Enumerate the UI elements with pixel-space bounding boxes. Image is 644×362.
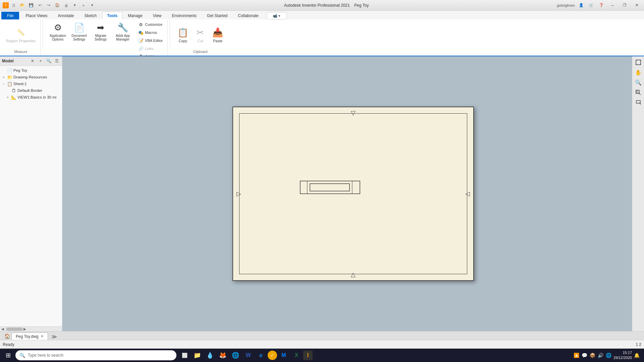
sidebar-search-button[interactable]: 🔍 xyxy=(45,58,52,64)
file-explorer-button[interactable]: 📁 xyxy=(191,349,203,361)
qat-open[interactable]: 📂 xyxy=(19,2,26,9)
adsk-app-manager-button[interactable]: 🔧 Adsk App Manager xyxy=(112,21,133,43)
migrate-settings-icon: ➡ xyxy=(95,22,106,33)
doc-tab-close[interactable]: ✕ xyxy=(41,334,44,339)
scroll-left-arrow[interactable]: ◀ xyxy=(1,327,5,331)
scroll-thumb[interactable] xyxy=(6,327,23,331)
scroll-right-arrow[interactable]: ▶ xyxy=(23,327,27,331)
options-large-btns: ⚙ Application Options 📄 Document Setting… xyxy=(48,21,133,43)
zoom-window-button[interactable] xyxy=(634,88,643,97)
dropbox-button[interactable]: 💧 xyxy=(204,349,216,361)
username: gcbriglmen xyxy=(557,3,575,7)
svg-point-15 xyxy=(636,91,638,93)
notification-icon[interactable]: 🔔 xyxy=(633,352,640,359)
right-toolbar: ✋ 🔍 xyxy=(632,56,644,331)
close-button[interactable]: ✕ xyxy=(632,2,641,9)
ie-button[interactable]: 🌐 xyxy=(229,349,241,361)
document-settings-button[interactable]: 📄 Document Settings xyxy=(69,21,89,43)
bottom-arrow: △ xyxy=(351,271,356,278)
task-view-button[interactable]: ⬜ xyxy=(178,349,191,361)
tab-extra[interactable]: 📹 ▾ xyxy=(267,12,287,19)
tab-file[interactable]: File xyxy=(1,12,19,19)
drawing-resources-expander[interactable]: + xyxy=(1,75,6,79)
customize-button[interactable]: ⚙ Customize xyxy=(136,21,165,28)
tab-tools[interactable]: Tools xyxy=(102,12,122,19)
help-icon[interactable]: ❓ xyxy=(598,2,605,9)
malwarebytes-button[interactable]: M xyxy=(278,349,290,361)
pan-button[interactable]: ✋ xyxy=(634,68,643,77)
taskbar-search[interactable]: 🔍 Type here to search xyxy=(15,350,176,360)
tab-view[interactable]: View xyxy=(148,12,167,19)
macros-button[interactable]: 🎭 Macros xyxy=(136,29,165,36)
home-button[interactable]: 🏠 xyxy=(3,333,11,340)
tab-environments[interactable]: Environments xyxy=(167,12,202,19)
vba-editor-button[interactable]: 📝 VBA Editor xyxy=(136,37,165,44)
tree-item-default-border[interactable]: 🗒 Default Border xyxy=(0,87,62,94)
qat-addtool[interactable]: + xyxy=(80,2,87,9)
chevron-up-icon[interactable]: 🔼 xyxy=(573,352,580,359)
minimize-button[interactable]: ─ xyxy=(608,2,617,9)
migrate-settings-button[interactable]: ➡ Migrate Settings xyxy=(91,21,111,43)
time-display[interactable]: 15:17 29/12/2020 xyxy=(613,350,632,361)
excel-button[interactable]: X xyxy=(290,349,303,361)
sidebar-scroll: ◀ ▶ xyxy=(0,326,62,331)
drawing-sheet: ▽ △ ▷ ◁ xyxy=(232,107,474,281)
qat-print[interactable]: 🖨 xyxy=(62,2,70,9)
zoom-extents-button[interactable] xyxy=(634,58,643,67)
tree-item-peg-toy[interactable]: 📄 Peg Toy xyxy=(0,67,62,74)
application-options-button[interactable]: ⚙ Application Options xyxy=(48,21,68,43)
sidebar-close-button[interactable]: ✕ xyxy=(29,58,36,64)
chat-icon[interactable]: 💬 xyxy=(581,352,588,359)
paste-button[interactable]: 📥 Paste xyxy=(210,26,226,44)
cart-icon[interactable]: 🛒 xyxy=(588,2,595,9)
user-icon[interactable]: 👤 xyxy=(578,2,585,9)
tab-manage[interactable]: Manage xyxy=(123,12,147,19)
qat-save[interactable]: 💾 xyxy=(28,2,35,9)
start-button[interactable]: ⊞ xyxy=(1,349,15,361)
qat-new[interactable]: 🗋 xyxy=(10,2,17,9)
taskcheck-button[interactable]: ✓ xyxy=(268,351,277,360)
copy-label: Copy xyxy=(178,39,187,43)
region-properties-button[interactable]: 📏 Region Properties xyxy=(4,26,38,44)
qat-redo[interactable]: ↪ xyxy=(45,2,52,9)
edge-button[interactable]: e xyxy=(255,349,267,361)
tab-sketch[interactable]: Sketch xyxy=(79,12,102,19)
sidebar-add-button[interactable]: + xyxy=(37,58,44,64)
sidebar-menu-button[interactable]: ☰ xyxy=(53,58,60,64)
peg-toy-icon: 📄 xyxy=(7,68,12,73)
links-button[interactable]: 🔗 Links xyxy=(136,45,165,52)
tree-item-sheet1[interactable]: − 📋 Sheet:1 xyxy=(0,80,62,87)
sidebar-tree: 📄 Peg Toy + 📁 Drawing Resources − 📋 Shee… xyxy=(0,66,62,326)
tab-expand-button[interactable]: ≫ xyxy=(49,334,59,340)
volume-icon[interactable]: 🔊 xyxy=(597,352,604,359)
tab-annotate[interactable]: Annotate xyxy=(53,12,79,19)
tab-place-views[interactable]: Place Views xyxy=(20,12,52,19)
qat-more[interactable]: ▾ xyxy=(71,2,78,9)
zoom-window-icon xyxy=(635,89,642,96)
tree-item-drawing-resources[interactable]: + 📁 Drawing Resources xyxy=(0,74,62,80)
canvas-area[interactable]: ▽ △ ▷ ◁ xyxy=(62,56,644,331)
doc-tab-peg-toy[interactable]: Peg Toy.dwg ✕ xyxy=(11,333,48,340)
firefox-button[interactable]: 🦊 xyxy=(217,349,229,361)
word-button[interactable]: W xyxy=(242,349,254,361)
drawing-border: ▽ △ ▷ ◁ xyxy=(239,113,467,274)
svg-rect-4 xyxy=(636,60,641,65)
restore-button[interactable]: ❐ xyxy=(620,2,629,9)
cut-button[interactable]: ✂ Cut xyxy=(192,26,208,44)
sheet1-expander[interactable]: − xyxy=(1,82,6,86)
qat-home[interactable]: 🏠 xyxy=(54,2,61,9)
qat-undo[interactable]: ↩ xyxy=(36,2,44,9)
zoom-button[interactable]: 🔍 xyxy=(634,78,643,87)
view1-expander[interactable]: + xyxy=(5,96,10,99)
document-settings-icon: 📄 xyxy=(74,22,85,33)
dropbox-sys-icon[interactable]: 📦 xyxy=(589,352,596,359)
network-icon[interactable]: 🌐 xyxy=(605,352,612,359)
qat-dropdown[interactable]: ▾ xyxy=(89,2,96,9)
copy-button[interactable]: 📋 Copy xyxy=(175,26,191,44)
status-ready: Ready xyxy=(3,342,14,347)
inventor-button[interactable]: I xyxy=(303,351,313,360)
tab-collaborate[interactable]: Collaborate xyxy=(233,12,263,19)
zoom-selected-button[interactable] xyxy=(634,98,643,107)
tree-item-view1[interactable]: + 📐 VIEW1:Basics in 30 mi xyxy=(0,94,62,101)
tab-get-started[interactable]: Get Started xyxy=(202,12,232,19)
